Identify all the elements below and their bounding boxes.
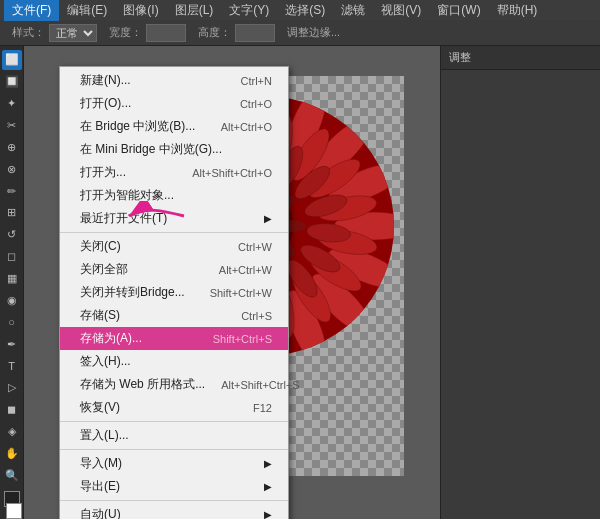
tool-brush[interactable]: ✏ (2, 181, 22, 201)
menu-item-save-web[interactable]: 存储为 Web 所用格式... Alt+Shift+Ctrl+S (60, 373, 288, 396)
tool-history-brush[interactable]: ↺ (2, 225, 22, 245)
tool-3d[interactable]: ◈ (2, 422, 22, 442)
menu-item-close-bridge[interactable]: 关闭并转到Bridge... Shift+Ctrl+W (60, 281, 288, 304)
tool-zoom[interactable]: 🔍 (2, 465, 22, 485)
tool-dodge[interactable]: ○ (2, 312, 22, 332)
tool-marquee[interactable]: ⬜ (2, 50, 22, 70)
tool-lasso[interactable]: 🔲 (2, 72, 22, 92)
tool-path-select[interactable]: ▷ (2, 378, 22, 398)
tool-magic-wand[interactable]: ✦ (2, 94, 22, 114)
menu-item-import[interactable]: 导入(M) ▶ (60, 452, 288, 475)
tool-eyedropper[interactable]: ⊕ (2, 137, 22, 157)
tool-shape[interactable]: ◼ (2, 400, 22, 420)
menu-file[interactable]: 文件(F) (4, 0, 59, 21)
menu-item-recent[interactable]: 最近打开文件(T) ▶ (60, 207, 288, 230)
menu-filter[interactable]: 滤镜 (333, 0, 373, 21)
style-label: 样式： (12, 25, 45, 40)
adjust-label: 调整边缘... (287, 25, 340, 40)
tool-eraser[interactable]: ◻ (2, 247, 22, 267)
menu-item-bridge[interactable]: 在 Bridge 中浏览(B)... Alt+Ctrl+O (60, 115, 288, 138)
tool-clone[interactable]: ⊞ (2, 203, 22, 223)
menu-item-open-smart[interactable]: 打开为智能对象... (60, 184, 288, 207)
menu-item-close[interactable]: 关闭(C) Ctrl+W (60, 235, 288, 258)
separator-4 (60, 500, 288, 501)
menu-item-automate[interactable]: 自动(U) ▶ (60, 503, 288, 519)
width-label: 宽度： (109, 25, 142, 40)
height-input[interactable] (235, 24, 275, 42)
menu-image[interactable]: 图像(I) (115, 0, 166, 21)
tool-healing[interactable]: ⊗ (2, 159, 22, 179)
arrow-icon: ▶ (264, 213, 272, 224)
export-arrow-icon: ▶ (264, 481, 272, 492)
style-select[interactable]: 正常 (49, 24, 97, 42)
height-label: 高度： (198, 25, 231, 40)
menu-item-open-as[interactable]: 打开为... Alt+Shift+Ctrl+O (60, 161, 288, 184)
tool-text[interactable]: T (2, 356, 22, 376)
import-arrow-icon: ▶ (264, 458, 272, 469)
menu-item-revert[interactable]: 恢复(V) F12 (60, 396, 288, 419)
separator-2 (60, 421, 288, 422)
separator-1 (60, 232, 288, 233)
tool-hand[interactable]: ✋ (2, 443, 22, 463)
menu-item-save[interactable]: 存储(S) Ctrl+S (60, 304, 288, 327)
menu-item-checkin[interactable]: 签入(H)... (60, 350, 288, 373)
menu-text[interactable]: 文字(Y) (221, 0, 277, 21)
file-dropdown-menu: 新建(N)... Ctrl+N 打开(O)... Ctrl+O 在 Bridge… (59, 66, 289, 519)
width-input[interactable] (146, 24, 186, 42)
separator-3 (60, 449, 288, 450)
menu-edit[interactable]: 编辑(E) (59, 0, 115, 21)
tool-gradient[interactable]: ▦ (2, 269, 22, 289)
tool-crop[interactable]: ✂ (2, 116, 22, 136)
options-toolbar: 样式： 正常 宽度： 高度： 调整边缘... (0, 20, 600, 46)
menu-layer[interactable]: 图层(L) (167, 0, 222, 21)
background-color[interactable] (6, 503, 22, 519)
menu-window[interactable]: 窗口(W) (429, 0, 488, 21)
menu-item-export[interactable]: 导出(E) ▶ (60, 475, 288, 498)
menu-item-place[interactable]: 置入(L)... (60, 424, 288, 447)
tool-pen[interactable]: ✒ (2, 334, 22, 354)
menu-item-save-as[interactable]: 存储为(A)... Shift+Ctrl+S (60, 327, 288, 350)
menu-item-open[interactable]: 打开(O)... Ctrl+O (60, 92, 288, 115)
menu-bar: 文件(F) 编辑(E) 图像(I) 图层(L) 文字(Y) 选择(S) 滤镜 视… (0, 0, 600, 20)
menu-help[interactable]: 帮助(H) (489, 0, 546, 21)
canvas-area: 新建(N)... Ctrl+N 打开(O)... Ctrl+O 在 Bridge… (24, 46, 440, 519)
menu-select[interactable]: 选择(S) (277, 0, 333, 21)
adjustments-header: 调整 (441, 46, 600, 70)
menu-view[interactable]: 视图(V) (373, 0, 429, 21)
left-toolbar: ⬜ 🔲 ✦ ✂ ⊕ ⊗ ✏ ⊞ ↺ ◻ ▦ ◉ ○ ✒ T ▷ ◼ ◈ ✋ 🔍 (0, 46, 24, 519)
right-panel: 调整 (440, 46, 600, 519)
tool-blur[interactable]: ◉ (2, 290, 22, 310)
main-area: ⬜ 🔲 ✦ ✂ ⊕ ⊗ ✏ ⊞ ↺ ◻ ▦ ◉ ○ ✒ T ▷ ◼ ◈ ✋ 🔍 (0, 46, 600, 519)
automate-arrow-icon: ▶ (264, 509, 272, 519)
menu-item-mini-bridge[interactable]: 在 Mini Bridge 中浏览(G)... (60, 138, 288, 161)
menu-item-close-all[interactable]: 关闭全部 Alt+Ctrl+W (60, 258, 288, 281)
menu-item-new[interactable]: 新建(N)... Ctrl+N (60, 69, 288, 92)
